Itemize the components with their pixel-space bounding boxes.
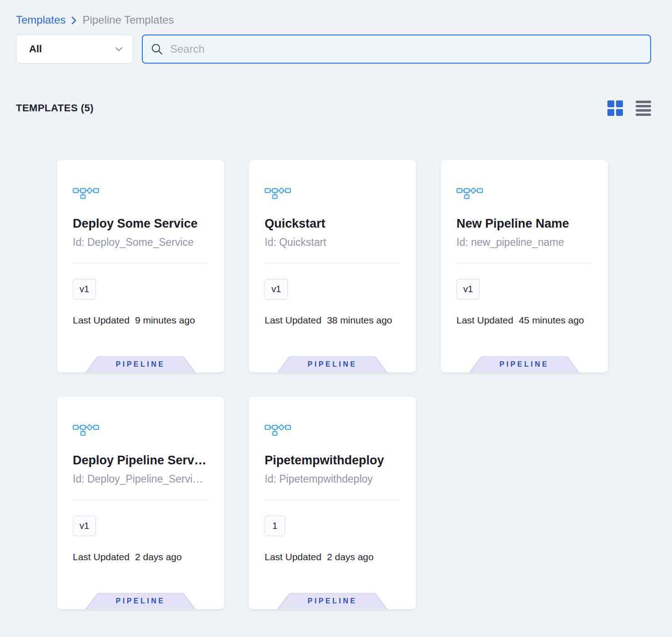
last-updated-value: 2 days ago [327, 552, 374, 562]
template-id: Id: Deploy_Some_Service [73, 236, 208, 249]
template-card[interactable]: Pipetempwithdeploy Id: Pipetempwithdeplo… [249, 397, 416, 609]
version-badge: v1 [73, 279, 96, 299]
chevron-down-icon [115, 47, 123, 52]
pipeline-templates-page: Templates Pipeline Templates All TEMPLAT… [0, 0, 672, 637]
list-view-icon[interactable] [636, 100, 651, 116]
pipeline-graph-icon [73, 184, 208, 199]
template-grid: Deploy Some Service Id: Deploy_Some_Serv… [57, 160, 651, 609]
template-id: Id: Deploy_Pipeline_Servi… [73, 473, 208, 485]
filter-row: All [16, 35, 651, 64]
template-card[interactable]: Deploy Some Service Id: Deploy_Some_Serv… [57, 160, 224, 373]
pipeline-type-badge-label: PIPELINE [470, 360, 579, 368]
template-title: Deploy Some Service [73, 217, 208, 231]
last-updated-label: Last Updated [456, 315, 513, 326]
pipeline-type-badge-label: PIPELINE [278, 597, 387, 605]
last-updated-row: Last Updated 2 days ago [73, 552, 208, 562]
last-updated-row: Last Updated 45 minutes ago [456, 315, 592, 326]
last-updated-row: Last Updated 9 minutes ago [73, 315, 208, 326]
template-title: Pipetempwithdeploy [265, 453, 400, 468]
template-id: Id: Quickstart [265, 236, 400, 249]
last-updated-value: 2 days ago [135, 552, 182, 562]
version-badge: v1 [73, 516, 96, 536]
pipeline-type-badge-label: PIPELINE [278, 360, 387, 368]
breadcrumb: Templates Pipeline Templates [16, 13, 651, 27]
last-updated-label: Last Updated [265, 552, 321, 562]
version-badge: v1 [265, 279, 288, 299]
last-updated-label: Last Updated [73, 315, 130, 326]
pipeline-graph-icon [73, 421, 208, 436]
template-id: Id: new_pipeline_name [456, 236, 592, 249]
pipeline-graph-icon [265, 184, 400, 199]
pipeline-graph-icon [456, 184, 592, 199]
last-updated-row: Last Updated 2 days ago [265, 552, 400, 562]
pipeline-type-badge: PIPELINE [278, 593, 387, 609]
section-header: TEMPLATES (5) [16, 100, 651, 116]
templates-count-title: TEMPLATES (5) [16, 102, 94, 114]
last-updated-label: Last Updated [73, 552, 130, 562]
pipeline-type-badge: PIPELINE [86, 593, 195, 609]
template-card[interactable]: Deploy Pipeline Serv… Id: Deploy_Pipelin… [57, 397, 224, 609]
template-card[interactable]: New Pipeline Name Id: new_pipeline_name … [441, 160, 608, 373]
search-input[interactable] [170, 43, 642, 55]
pipeline-type-badge-label: PIPELINE [86, 597, 195, 605]
last-updated-row: Last Updated 38 minutes ago [265, 315, 400, 326]
template-id: Id: Pipetempwithdeploy [265, 473, 400, 485]
scope-filter-value: All [29, 43, 42, 55]
search-box [142, 35, 651, 64]
view-toggles [607, 100, 651, 116]
version-badge: 1 [265, 516, 285, 536]
grid-view-icon[interactable] [607, 100, 623, 116]
template-title: Deploy Pipeline Serv… [73, 453, 208, 468]
scope-filter-dropdown[interactable]: All [16, 35, 133, 64]
template-title: Quickstart [265, 217, 400, 231]
breadcrumb-current-page: Pipeline Templates [82, 14, 174, 26]
pipeline-type-badge-label: PIPELINE [86, 360, 195, 368]
template-title: New Pipeline Name [456, 217, 592, 231]
breadcrumb-templates-link[interactable]: Templates [16, 14, 65, 26]
last-updated-value: 45 minutes ago [519, 315, 584, 326]
last-updated-value: 38 minutes ago [327, 315, 392, 326]
pipeline-type-badge: PIPELINE [470, 356, 579, 373]
last-updated-value: 9 minutes ago [135, 315, 195, 326]
pipeline-type-badge: PIPELINE [86, 356, 195, 373]
pipeline-type-badge: PIPELINE [278, 356, 387, 373]
last-updated-label: Last Updated [265, 315, 321, 326]
version-badge: v1 [456, 279, 480, 299]
template-card[interactable]: Quickstart Id: Quickstart v1 Last Update… [249, 160, 416, 373]
pipeline-graph-icon [265, 421, 400, 436]
search-icon [151, 43, 163, 55]
breadcrumb-chevron-icon [71, 16, 77, 25]
